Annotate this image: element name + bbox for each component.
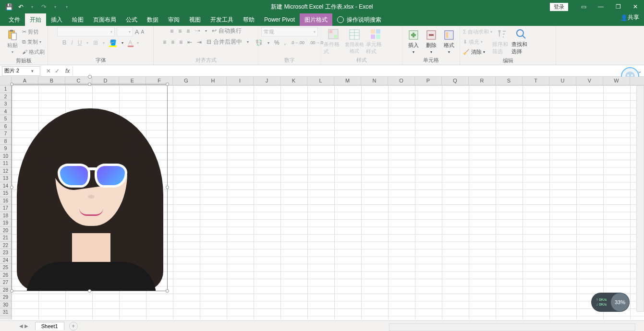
decrease-indent-button[interactable]: ⇤: [187, 39, 192, 46]
formula-bar-input[interactable]: [73, 66, 635, 76]
sheet-tab-sheet1[interactable]: Sheet1: [35, 322, 64, 330]
row-header[interactable]: 28: [0, 286, 11, 294]
row-header[interactable]: 10: [0, 153, 11, 160]
cells-area[interactable]: [12, 85, 644, 319]
row-header[interactable]: 22: [0, 242, 11, 249]
cut-button[interactable]: ✂剪切: [22, 27, 45, 36]
close-button[interactable]: ✕: [627, 0, 644, 13]
align-top-button[interactable]: ≡: [170, 28, 173, 35]
tab-insert[interactable]: 插入: [46, 13, 67, 26]
merge-center-button[interactable]: ⊟ 合并后居中: [207, 38, 242, 46]
row-header[interactable]: 8: [0, 138, 11, 145]
grow-font-button[interactable]: A: [135, 28, 139, 35]
col-header[interactable]: G: [173, 77, 200, 85]
orientation-button[interactable]: ⭬: [194, 28, 200, 35]
col-header[interactable]: N: [361, 77, 388, 85]
resize-handle-br[interactable]: [166, 289, 169, 293]
shrink-font-button[interactable]: A: [141, 29, 145, 35]
resize-handle-t[interactable]: [88, 83, 91, 86]
tab-developer[interactable]: 开发工具: [206, 13, 238, 26]
row-header[interactable]: 19: [0, 219, 11, 227]
col-header[interactable]: K: [280, 77, 307, 85]
align-center-button[interactable]: ≡: [171, 39, 174, 46]
font-name-combo[interactable]: ▾: [57, 27, 115, 36]
resize-handle-tr[interactable]: [166, 83, 169, 86]
login-button[interactable]: 登录: [550, 3, 568, 11]
row-header[interactable]: 3: [0, 100, 11, 108]
row-header[interactable]: 15: [0, 189, 11, 197]
col-header[interactable]: H: [200, 77, 227, 85]
col-header[interactable]: P: [415, 77, 442, 85]
wrap-text-button[interactable]: ↩ 自动换行: [212, 27, 241, 35]
col-header[interactable]: S: [496, 77, 522, 85]
sheet-nav-buttons[interactable]: ◀ ▶: [14, 323, 33, 329]
fill-color-button[interactable]: 🪣: [109, 39, 117, 46]
row-header[interactable]: 21: [0, 234, 11, 242]
row-header[interactable]: 5: [0, 115, 11, 123]
minimize-button[interactable]: ―: [592, 0, 609, 13]
maximize-button[interactable]: ❐: [609, 0, 627, 13]
row-header[interactable]: 1: [0, 85, 11, 93]
cancel-formula-button[interactable]: ✕: [46, 68, 51, 74]
col-header[interactable]: V: [576, 77, 603, 85]
sort-filter-button[interactable]: 排序和筛选: [492, 28, 511, 55]
comma-button[interactable]: ,: [284, 39, 286, 46]
row-header[interactable]: 24: [0, 257, 11, 264]
fx-label[interactable]: fx: [65, 68, 73, 74]
redo-button[interactable]: ↷: [38, 1, 49, 12]
row-header[interactable]: 16: [0, 197, 11, 205]
row-header[interactable]: 12: [0, 167, 11, 175]
tell-me-search[interactable]: 操作说明搜索: [332, 13, 386, 26]
align-middle-button[interactable]: ≡: [178, 28, 182, 35]
increase-indent-button[interactable]: ⇥: [197, 39, 202, 46]
tab-power-pivot[interactable]: Power Pivot: [259, 13, 300, 26]
row-header[interactable]: 17: [0, 204, 11, 212]
tab-review[interactable]: 审阅: [163, 13, 184, 26]
col-header[interactable]: O: [388, 77, 415, 85]
resize-handle-bl[interactable]: [10, 289, 13, 293]
row-header[interactable]: 13: [0, 175, 11, 182]
tab-view[interactable]: 视图: [184, 13, 206, 26]
horizontal-scrollbar[interactable]: [389, 323, 635, 331]
col-header[interactable]: J: [254, 77, 280, 85]
vertical-scrollbar[interactable]: [636, 85, 644, 312]
italic-button[interactable]: I: [71, 39, 73, 46]
col-header[interactable]: Q: [442, 77, 469, 85]
tab-file[interactable]: 文件: [4, 13, 25, 26]
row-header[interactable]: 14: [0, 182, 11, 190]
qat-customize-icon[interactable]: ▾: [61, 1, 72, 12]
redo-more-icon[interactable]: ▾: [50, 1, 61, 12]
resize-handle-tl[interactable]: [10, 83, 13, 86]
save-button[interactable]: 💾: [4, 1, 14, 12]
copy-button[interactable]: ⧉复制▾: [22, 37, 45, 47]
row-header[interactable]: 18: [0, 212, 11, 220]
row-header[interactable]: 4: [0, 108, 11, 116]
tab-help[interactable]: 帮助: [238, 13, 259, 26]
tab-formulas[interactable]: 公式: [121, 13, 142, 26]
font-size-combo[interactable]: ▾: [117, 27, 133, 36]
cell-styles-button[interactable]: 单元格样式: [366, 28, 385, 55]
autosum-button[interactable]: Σ自动求和▾: [463, 27, 492, 36]
accounting-button[interactable]: 💱: [255, 39, 263, 46]
insert-cells-button[interactable]: 插入▾: [405, 29, 421, 54]
col-header[interactable]: I: [227, 77, 254, 85]
selected-picture[interactable]: [12, 84, 168, 291]
row-header[interactable]: 23: [0, 249, 11, 257]
resize-handle-b[interactable]: [88, 289, 91, 293]
delete-cells-button[interactable]: 删除▾: [423, 29, 439, 54]
percent-button[interactable]: %: [274, 39, 279, 46]
format-as-table-button[interactable]: 套用表格格式: [345, 29, 364, 55]
underline-button[interactable]: U: [78, 39, 82, 46]
tab-draw[interactable]: 绘图: [67, 13, 88, 26]
tab-home[interactable]: 开始: [25, 13, 46, 26]
rotate-handle[interactable]: [88, 75, 92, 79]
tab-page-layout[interactable]: 页面布局: [88, 13, 121, 26]
conditional-format-button[interactable]: 条件格式: [324, 28, 343, 55]
col-header[interactable]: T: [522, 77, 549, 85]
row-header[interactable]: 27: [0, 279, 11, 286]
row-header[interactable]: 7: [0, 130, 11, 138]
format-cells-button[interactable]: 格式▾: [441, 29, 457, 54]
share-button[interactable]: 👤 共享: [620, 13, 639, 22]
border-button[interactable]: ⊞: [93, 39, 98, 46]
ribbon-mode-button[interactable]: ▭: [575, 0, 592, 13]
